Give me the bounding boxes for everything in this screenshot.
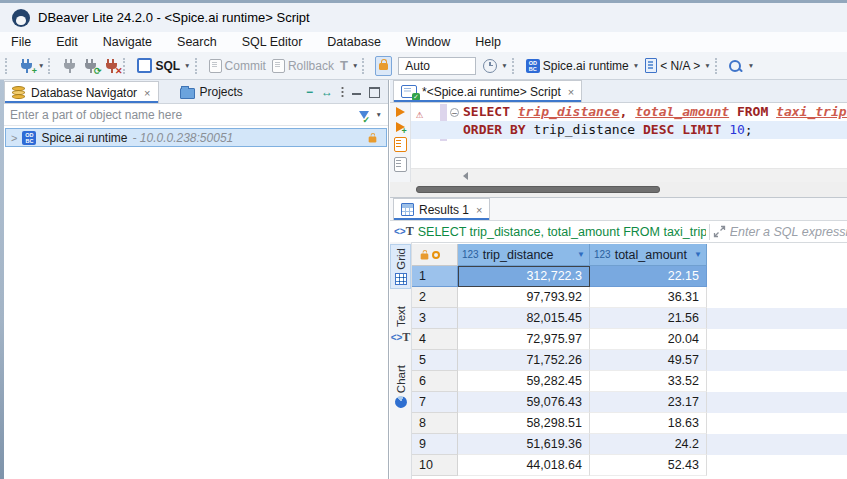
grid-cell[interactable]: 58,298.51 (458, 413, 590, 434)
sash-handle[interactable] (416, 186, 660, 193)
view-menu-icon[interactable] (341, 86, 344, 98)
grid-cell[interactable]: 59,282.45 (458, 371, 590, 392)
menu-file[interactable]: File (11, 35, 31, 49)
active-catalog-selector[interactable]: < N/A >▼ (642, 56, 713, 75)
grid-cell[interactable]: 33.52 (590, 371, 707, 392)
filter-expression-input[interactable]: Enter a SQL expression to (730, 225, 847, 239)
row-number-cell[interactable]: 1 (412, 266, 458, 287)
close-icon[interactable]: × (476, 204, 482, 216)
grid-row[interactable]: 1312,722.322.15 (412, 266, 847, 287)
sort-desc-icon[interactable]: ▼ (577, 244, 585, 266)
menu-navigate[interactable]: Navigate (103, 35, 152, 49)
menu-edit[interactable]: Edit (56, 35, 78, 49)
grid-row[interactable]: 571,752.2649.57 (412, 350, 847, 371)
filter-funnel-icon[interactable] (359, 111, 369, 119)
menu-database[interactable]: Database (327, 35, 381, 49)
fold-collapse-icon[interactable]: − (450, 108, 459, 117)
row-number-cell[interactable]: 4 (412, 329, 458, 350)
grid-cell[interactable]: 72,975.97 (458, 329, 590, 350)
reconnect-button[interactable]: ⟳ (80, 56, 101, 75)
row-number-cell[interactable]: 10 (412, 455, 458, 476)
chevron-down-icon[interactable]: ▼ (704, 62, 710, 69)
maximize-icon[interactable] (369, 87, 380, 98)
grid-cell[interactable]: 36.31 (590, 287, 707, 308)
tab-projects[interactable]: Projects (173, 81, 250, 103)
object-filter-input[interactable]: Enter a part of object name here (10, 108, 359, 122)
grid-cell[interactable]: 71,752.26 (458, 350, 590, 371)
menu-search[interactable]: Search (177, 35, 217, 49)
collapse-all-icon[interactable]: − (306, 85, 313, 99)
row-number-cell[interactable]: 2 (412, 287, 458, 308)
tab-results-1[interactable]: Results 1 × (393, 198, 490, 220)
row-number-cell[interactable]: 9 (412, 434, 458, 455)
close-icon[interactable]: × (144, 87, 150, 99)
execute-new-tab-button[interactable] (396, 122, 405, 132)
editor-hscrollbar[interactable] (411, 168, 847, 182)
tab-database-navigator[interactable]: Database Navigator × (4, 81, 159, 103)
sort-desc-icon[interactable]: ▼ (694, 244, 702, 266)
column-header-total-amount[interactable]: 123 total_amount ▼ (590, 244, 707, 266)
grid-cell[interactable]: 312,722.3 (458, 266, 590, 287)
disconnect-button[interactable]: ✕ (101, 56, 122, 75)
grid-row[interactable]: 382,015.4521.56 (412, 308, 847, 329)
row-number-cell[interactable]: 7 (412, 392, 458, 413)
grid-cell[interactable]: 59,076.43 (458, 392, 590, 413)
grid-row[interactable]: 659,282.4533.52 (412, 371, 847, 392)
autocommit-lock-toggle[interactable] (375, 56, 392, 76)
grid-row[interactable]: 1044,018.6452.43 (412, 455, 847, 476)
column-header-trip-distance[interactable]: 123 trip_distance ▼ (458, 244, 590, 266)
close-icon[interactable]: × (568, 86, 574, 98)
row-number-cell[interactable]: 3 (412, 308, 458, 329)
transaction-mode-button[interactable]: T▼ (337, 57, 361, 74)
menu-sql-editor[interactable]: SQL Editor (242, 35, 303, 49)
expand-filter-icon[interactable] (713, 225, 726, 238)
grid-cell[interactable]: 18.63 (590, 413, 707, 434)
minimize-icon[interactable] (352, 89, 361, 95)
active-connection-selector[interactable]: ODBCSpice.ai runtime▼ (523, 57, 642, 75)
sql-editor-button[interactable]: SQL▼ (134, 56, 193, 75)
grid-cell[interactable]: 24.2 (590, 434, 707, 455)
menu-window[interactable]: Window (406, 35, 450, 49)
history-button[interactable]: ▼ (480, 57, 510, 75)
execute-statement-button[interactable] (396, 107, 405, 117)
tab-sql-script[interactable]: *<Spice.ai runtime> Script × (393, 80, 582, 102)
chevron-down-icon[interactable]: ▼ (352, 62, 358, 69)
chevron-down-icon[interactable]: ▼ (633, 62, 639, 69)
tree-item-connection[interactable]: > ODBC Spice.ai runtime - 10.0.0.238:500… (5, 128, 387, 147)
chevron-down-icon[interactable]: ▼ (38, 62, 44, 69)
grid-row[interactable]: 297,793.9236.31 (412, 287, 847, 308)
grid-cell[interactable]: 97,793.92 (458, 287, 590, 308)
scroll-left-arrow-icon[interactable] (463, 172, 468, 180)
grid-cell[interactable]: 44,018.64 (458, 455, 590, 476)
grid-row[interactable]: 472,975.9720.04 (412, 329, 847, 350)
grid-cell[interactable]: 49.57 (590, 350, 707, 371)
commit-button[interactable]: Commit (206, 57, 269, 75)
code-line[interactable]: ORDER BY trip_distance DESC LIMIT 10; (411, 121, 847, 139)
chevron-down-icon[interactable]: ▼ (748, 62, 754, 69)
link-with-editor-icon[interactable]: ↔ (321, 85, 333, 99)
chevron-down-icon[interactable]: ▼ (184, 62, 190, 69)
row-number-cell[interactable]: 5 (412, 350, 458, 371)
grid-cell[interactable]: 22.15 (590, 266, 707, 287)
expand-chevron-icon[interactable]: > (11, 132, 17, 144)
explain-plan-button[interactable] (394, 157, 407, 172)
grid-row[interactable]: 858,298.5118.63 (412, 413, 847, 434)
grid-cell[interactable]: 23.17 (590, 392, 707, 413)
grid-cell[interactable]: 52.43 (590, 455, 707, 476)
rollback-button[interactable]: Rollback (269, 57, 337, 75)
commit-mode-combo[interactable]: Auto (398, 57, 476, 75)
new-connection-button[interactable]: +▼ (16, 56, 47, 75)
execute-script-button[interactable] (394, 137, 407, 152)
editor-results-sash[interactable] (390, 182, 847, 197)
chevron-down-icon[interactable]: ▼ (501, 62, 507, 69)
grid-cell[interactable]: 21.56 (590, 308, 707, 329)
grid-row[interactable]: 759,076.4323.17 (412, 392, 847, 413)
grid-cell[interactable]: 20.04 (590, 329, 707, 350)
chevron-down-icon[interactable]: ▼ (376, 111, 382, 118)
menu-help[interactable]: Help (475, 35, 501, 49)
grid-cell[interactable]: 82,015.45 (458, 308, 590, 329)
code-line[interactable]: SELECT trip_distance, total_amount FROM … (411, 103, 847, 121)
result-query-text[interactable]: SELECT trip_distance, total_amount FROM … (418, 225, 706, 239)
row-number-cell[interactable]: 6 (412, 371, 458, 392)
tab-chart[interactable]: Chart (390, 362, 411, 411)
